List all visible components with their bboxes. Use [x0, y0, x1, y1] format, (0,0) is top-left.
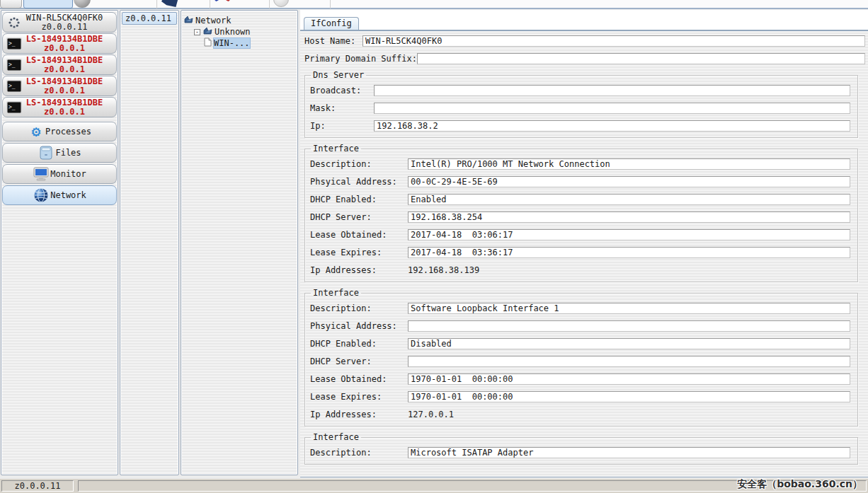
- tree-item-network[interactable]: Network: [184, 15, 296, 26]
- field-row: Phsyical Address:00-0C-29-4E-5E-69: [310, 175, 852, 187]
- sidebar-item-label: Processes: [45, 127, 91, 137]
- tree-item-label: WIN-...: [214, 38, 250, 48]
- field-row: DHCP Enabled:Disabled: [310, 337, 852, 349]
- primary-domain-suffix-field[interactable]: [417, 53, 865, 64]
- field-label: Lease Expires:: [310, 248, 408, 257]
- document-icon: [204, 37, 212, 49]
- field-label: DHCP Server:: [310, 212, 408, 222]
- toolbar: [0, 0, 868, 9]
- network-node-icon: [203, 27, 212, 37]
- field-row: Lease Obtained:2017-04-18 03:06:17: [310, 228, 852, 240]
- field-row: Ip Addresses:127.0.0.1: [310, 408, 852, 420]
- tree-item-win-[interactable]: WIN-...: [184, 37, 296, 49]
- terminal-icon: >_: [6, 57, 23, 74]
- grey-sphere-icon[interactable]: [74, 0, 91, 8]
- field-row: Description:Intel(R) PRO/1000 MT Network…: [310, 158, 852, 170]
- light-sphere-icon[interactable]: [273, 0, 289, 7]
- toolbar-separator: [330, 0, 331, 8]
- group-title: Dns Server: [311, 70, 366, 80]
- field-label: Description:: [310, 303, 408, 313]
- field-value-box[interactable]: 2017-04-18 03:06:17: [408, 229, 850, 240]
- watermark: 安全客（bobao.360.cn）: [737, 478, 862, 491]
- tree-item-unknown[interactable]: -Unknown: [184, 26, 296, 37]
- host-list: z0.0.0.11: [120, 10, 179, 475]
- primary-domain-suffix-label: Primary Domain Suffix:: [304, 54, 417, 64]
- field-value-box[interactable]: Intel(R) PRO/1000 MT Network Connection: [408, 158, 850, 170]
- field-label: DHCP Enabled:: [310, 195, 408, 204]
- monitor-icon: [33, 166, 50, 182]
- field-value-box[interactable]: Microsoft ISATAP Adapter: [408, 447, 850, 458]
- host-name-field[interactable]: WIN-RL5CK4Q0FK0: [362, 35, 865, 47]
- svg-text:>_: >_: [8, 62, 16, 68]
- toolbar-ghost-button[interactable]: [0, 0, 22, 8]
- field-value-box[interactable]: 192.168.38.254: [408, 211, 850, 223]
- svg-text:>_: >_: [8, 104, 16, 110]
- field-label: Lease Obtained:: [310, 230, 408, 240]
- sidebar-item-label: Monitor: [50, 169, 86, 179]
- field-value-box[interactable]: Disabled: [408, 338, 850, 349]
- sidebar-item-files[interactable]: Files: [2, 143, 117, 163]
- sidebar-item-monitor[interactable]: Monitor: [2, 164, 117, 184]
- globe-icon: [33, 187, 50, 204]
- field-value-box[interactable]: 192.168.38.2: [374, 120, 850, 132]
- host-button-label: LS-1849134B1DBEz0.0.0.1: [16, 98, 103, 117]
- field-value-box[interactable]: 1970-01-01 00:00:00: [408, 391, 850, 402]
- field-value-box[interactable]: [374, 85, 850, 96]
- field-row: Lease Obtained:1970-01-01 00:00:00: [310, 373, 852, 385]
- host-button[interactable]: >_LS-1849134B1DBEz0.0.0.1: [2, 76, 117, 96]
- field-value-box[interactable]: [408, 356, 850, 367]
- svg-text:>_: >_: [8, 83, 16, 89]
- svg-text:>_: >_: [8, 40, 16, 47]
- gear-icon: ⚙: [28, 123, 45, 140]
- field-value-box[interactable]: [374, 103, 850, 114]
- field-value-box[interactable]: Software Loopback Interface 1: [408, 303, 850, 314]
- toolbar-pressed-tab-button[interactable]: [23, 0, 73, 8]
- terminal-icon: >_: [6, 78, 23, 95]
- tab-ifconfig[interactable]: IfConfig: [304, 17, 359, 30]
- field-label: Lease Obtained:: [310, 374, 408, 384]
- host-button-label: LS-1849134B1DBEz0.0.0.1: [16, 35, 103, 53]
- host-button[interactable]: WIN-RL5CK4Q0FK0z0.0.0.11: [2, 12, 117, 33]
- network-node-icon: [184, 16, 193, 26]
- app-window: WIN-RL5CK4Q0FK0z0.0.0.11>_LS-1849134B1DB…: [0, 0, 868, 493]
- field-value-box[interactable]: 2017-04-18 03:36:17: [408, 247, 850, 258]
- toolbar-separator: [269, 0, 270, 8]
- field-row: Ip Addresses:192.168.38.139: [310, 264, 852, 276]
- flag-icon[interactable]: [161, 0, 178, 7]
- field-row: Lease Expires:2017-04-18 03:36:17: [310, 246, 852, 258]
- group-title: Interface: [311, 288, 361, 298]
- sidebar-item-label: Files: [55, 148, 81, 158]
- host-button[interactable]: >_LS-1849134B1DBEz0.0.0.1: [2, 33, 117, 54]
- field-value-box[interactable]: Enabled: [408, 194, 850, 205]
- field-value-text: 127.0.0.1: [408, 410, 454, 419]
- interface-group: InterfaceDescription:Intel(R) PRO/1000 M…: [304, 144, 858, 282]
- field-row: Phsyical Address:: [310, 320, 852, 332]
- field-value-box[interactable]: 1970-01-01 00:00:00: [408, 373, 850, 385]
- interface-group: InterfaceDescription:Software Loopback I…: [304, 288, 858, 427]
- host-button-label: LS-1849134B1DBEz0.0.0.1: [16, 77, 103, 95]
- terminal-icon: >_: [6, 99, 23, 116]
- field-row: DHCP Enabled:Enabled: [310, 193, 852, 205]
- sidebar-item-label: Network: [50, 190, 86, 200]
- host-button[interactable]: >_LS-1849134B1DBEz0.0.0.1: [2, 97, 117, 117]
- tools-icon[interactable]: [212, 0, 231, 7]
- field-row: Lease Expires:1970-01-01 00:00:00: [310, 390, 852, 402]
- field-value-box[interactable]: 00-0C-29-4E-5E-69: [408, 176, 850, 187]
- field-label: Phsyical Address:: [310, 177, 408, 187]
- sidebar-item-network[interactable]: Network: [2, 185, 117, 205]
- host-list-item[interactable]: z0.0.0.11: [122, 12, 177, 25]
- dns-server-group: Dns ServerBroadcast:Mask:Ip:192.168.38.2: [304, 70, 858, 138]
- tree-expander-icon[interactable]: -: [194, 29, 200, 35]
- field-row: DHCP Server:192.168.38.254: [310, 211, 852, 223]
- field-value-box[interactable]: [408, 320, 850, 332]
- sidebar-item-processes[interactable]: ⚙Processes: [2, 122, 117, 141]
- main-panel: IfConfig Host Name: WIN-RL5CK4Q0FK0 Prim…: [300, 10, 868, 477]
- toolbar-separator: [156, 0, 157, 8]
- field-label: Mask:: [310, 103, 374, 113]
- host-button[interactable]: >_LS-1849134B1DBEz0.0.0.1: [2, 54, 117, 75]
- field-label: Description:: [310, 159, 408, 169]
- field-row: Description:Software Loopback Interface …: [310, 302, 852, 314]
- field-row: Broadcast:: [310, 84, 852, 96]
- field-row: Ip:192.168.38.2: [310, 120, 852, 132]
- field-label: DHCP Enabled:: [310, 339, 408, 349]
